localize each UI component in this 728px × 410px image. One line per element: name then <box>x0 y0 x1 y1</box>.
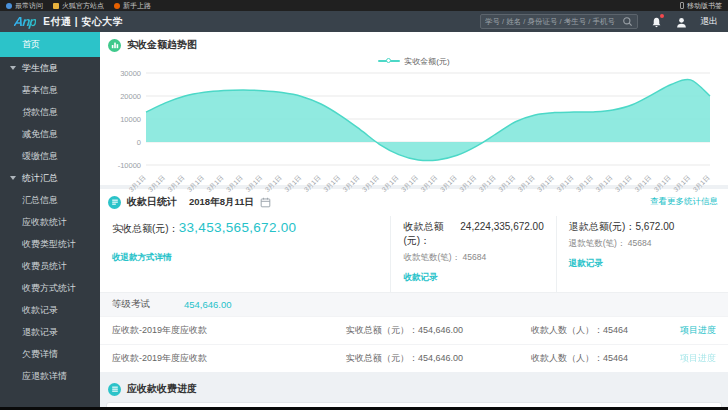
daily-stats-icon <box>108 196 121 209</box>
mobile-bookmarks-button[interactable]: 移动版书签 <box>680 1 722 11</box>
mobile-bookmarks-label: 移动版书签 <box>687 1 722 11</box>
sidebar-item-summary-info[interactable]: 汇总信息 <box>0 189 100 211</box>
app-header: Anp E付通 | 安心大学 退出 <box>0 11 728 32</box>
sidebar-item-label: 收款记录 <box>22 305 58 315</box>
refund-total-value: 5,672.00 <box>635 221 674 232</box>
project-received-total: 实收总额（元）：454,646.00 <box>346 324 531 337</box>
sidebar-item-label: 收费方式统计 <box>22 283 76 293</box>
sidebar-item-pay-method-stats[interactable]: 收费方式统计 <box>0 277 100 299</box>
sidebar-item-payment-records[interactable]: 收款记录 <box>0 299 100 321</box>
firefox-icon <box>114 3 120 9</box>
search-input[interactable] <box>485 17 622 26</box>
view-more-stats-link[interactable]: 查看更多统计信息 <box>650 196 718 208</box>
exam-amount: 454,646.00 <box>184 299 232 310</box>
project-name: 应收款-2019年度应收款 <box>112 324 346 337</box>
collection-total-value: 24,224,335,672.00 <box>460 221 543 232</box>
received-total-value: 33,453,565,672.00 <box>179 220 297 235</box>
progress-section: 应收款收费进度 应收款-2019年度应收款40%应收款-2019年度应收款名字很… <box>100 378 728 410</box>
pay-refund-method-detail-link[interactable]: 收退款方式详情 <box>112 252 172 264</box>
exam-project-row: 应收款-2019年度应收款实收总额（元）：454,646.00收款人数（人）：4… <box>100 344 728 372</box>
project-progress-link: 项目进度 <box>666 352 716 365</box>
sidebar-item-label: 欠费详情 <box>22 349 58 359</box>
bookmark-item[interactable]: 新手上路 <box>114 1 151 11</box>
logout-button[interactable]: 退出 <box>700 15 718 28</box>
stats-date: 2018年8月11日 <box>189 196 254 209</box>
svg-text:10000: 10000 <box>120 115 141 124</box>
collection-total-block: 收款总额(元)： 24,224,335,672.00 收款笔数(笔)： 4568… <box>390 216 555 292</box>
app-title: E付通 | 安心大学 <box>43 15 123 29</box>
trend-area-chart: 3000020000100000-100003月1日3月1日3月1日3月1日3月… <box>110 67 718 183</box>
search-box[interactable] <box>480 14 638 29</box>
collection-records-link[interactable]: 收款记录 <box>403 272 437 284</box>
sidebar-item-reduction-info[interactable]: 减免信息 <box>0 123 100 145</box>
sidebar-item-label: 学生信息 <box>22 63 58 73</box>
sidebar-item-label: 应收款统计 <box>22 217 67 227</box>
trend-section-title: 实收金额趋势图 <box>127 38 197 52</box>
refund-total-label: 退款总额(元)： <box>569 220 636 234</box>
sidebar-item-arrears-detail[interactable]: 欠费详情 <box>0 343 100 365</box>
sidebar-item-label: 减免信息 <box>22 129 58 139</box>
sidebar-item-refund-due-detail[interactable]: 应退款详情 <box>0 365 100 387</box>
trend-chart-icon <box>108 39 121 52</box>
sidebar-item-receivable-stats[interactable]: 应收款统计 <box>0 211 100 233</box>
project-payer-count: 收款人数（人）：45464 <box>531 324 666 337</box>
chevron-down-icon <box>10 66 16 70</box>
project-name: 应收款-2019年度应收款 <box>112 352 346 365</box>
brand: Anp E付通 | 安心大学 <box>14 14 123 29</box>
sidebar-item-deferred-info[interactable]: 缓缴信息 <box>0 145 100 167</box>
sidebar-item-loan-info[interactable]: 贷款信息 <box>0 101 100 123</box>
folder-icon <box>53 3 59 9</box>
app-logo: Anp <box>13 14 37 29</box>
main-content: 实收金额趋势图 实收金额(元) 3000020000100000-100003月… <box>100 32 728 410</box>
exam-name: 等级考试 <box>112 298 150 311</box>
phone-icon <box>680 2 684 9</box>
bookmark-item[interactable]: 火狐官方站点 <box>53 1 104 11</box>
sidebar-item-home[interactable]: 首页 <box>0 32 100 57</box>
collection-total-label: 收款总额(元)： <box>403 220 460 248</box>
svg-text:30000: 30000 <box>120 69 141 78</box>
sidebar-item-label: 应退款详情 <box>22 371 67 381</box>
received-total-label: 实收总额(元)： <box>112 222 179 236</box>
browser-bookmarks-bar: 最常访问火狐官方站点新手上路 移动版书签 <box>0 0 728 11</box>
history-icon <box>6 3 12 9</box>
svg-text:-10000: -10000 <box>118 161 141 170</box>
bookmark-label: 火狐官方站点 <box>62 1 104 11</box>
project-progress-link[interactable]: 项目进度 <box>666 324 716 337</box>
sidebar-item-refund-records[interactable]: 退款记录 <box>0 321 100 343</box>
chart-legend[interactable]: 实收金额(元) <box>100 55 728 67</box>
svg-text:0: 0 <box>137 138 141 147</box>
bookmark-label: 最常访问 <box>15 1 43 11</box>
received-total-block: 实收总额(元)： 33,453,565,672.00 收退款方式详情 <box>100 216 390 292</box>
notification-bell-icon[interactable] <box>650 15 663 28</box>
calendar-icon[interactable] <box>260 197 271 208</box>
trend-chart-card: 实收金额趋势图 实收金额(元) 3000020000100000-100003月… <box>100 32 728 185</box>
svg-text:20000: 20000 <box>120 92 141 101</box>
sidebar-item-label: 统计汇总 <box>22 173 58 183</box>
search-icon[interactable] <box>622 16 633 27</box>
daily-stats-row: 实收总额(元)： 33,453,565,672.00 收退款方式详情 收款总额(… <box>100 212 728 292</box>
sidebar-item-label: 收费员统计 <box>22 261 67 271</box>
chevron-down-icon <box>10 176 16 180</box>
daily-stats-card: 收款日统计 2018年8月11日 查看更多统计信息 实收总额(元)： 33,45… <box>100 189 728 372</box>
progress-section-title: 应收款收费进度 <box>127 382 197 396</box>
refund-records-link[interactable]: 退款记录 <box>569 258 603 270</box>
sidebar-item-cashier-stats[interactable]: 收费员统计 <box>0 255 100 277</box>
user-avatar-icon[interactable] <box>675 15 688 28</box>
refund-total-block: 退款总额(元)： 5,672.00 退款笔数(笔)： 45684 退款记录 <box>556 216 728 292</box>
sidebar-item-label: 贷款信息 <box>22 107 58 117</box>
sidebar: 首页学生信息基本信息贷款信息减免信息缓缴信息统计汇总汇总信息应收款统计收费类型统… <box>0 32 100 410</box>
exam-block: 等级考试 454,646.00 应收款-2019年度应收款实收总额（元）：454… <box>100 292 728 372</box>
bookmark-label: 新手上路 <box>123 1 151 11</box>
sidebar-item-basic-info[interactable]: 基本信息 <box>0 79 100 101</box>
bookmark-item[interactable]: 最常访问 <box>6 1 43 11</box>
refund-count-label: 退款笔数(笔)： <box>569 238 626 248</box>
sidebar-item-label: 退款记录 <box>22 327 58 337</box>
progress-section-icon <box>108 383 121 396</box>
sidebar-item-student-info[interactable]: 学生信息 <box>0 57 100 79</box>
sidebar-item-label: 缓缴信息 <box>22 151 58 161</box>
sidebar-item-stats-summary[interactable]: 统计汇总 <box>0 167 100 189</box>
sidebar-item-label: 收费类型统计 <box>22 239 76 249</box>
sidebar-item-fee-type-stats[interactable]: 收费类型统计 <box>0 233 100 255</box>
sidebar-item-label: 基本信息 <box>22 85 58 95</box>
project-received-total: 实收总额（元）：454,646.00 <box>346 352 531 365</box>
